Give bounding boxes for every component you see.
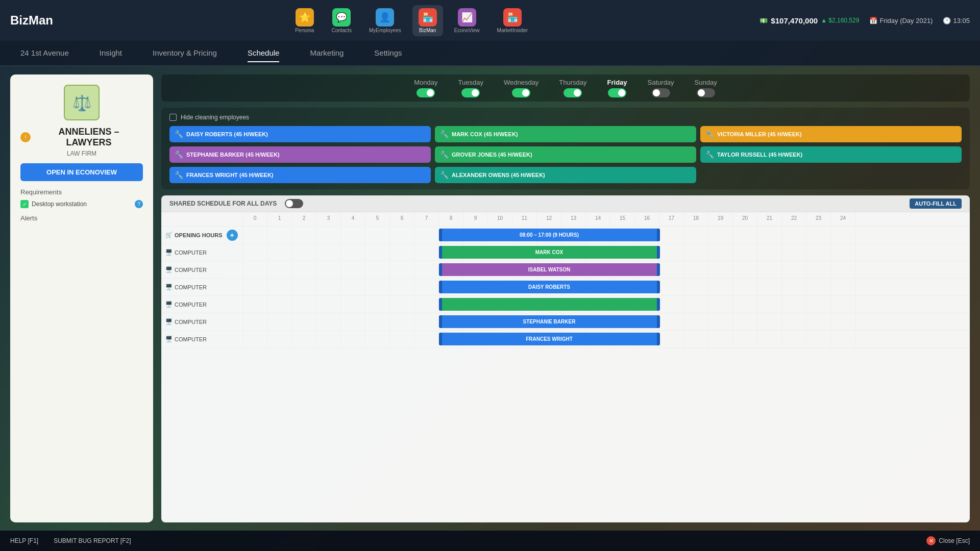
time-cell[interactable] [659,331,684,348]
time-cell[interactable] [684,279,708,296]
day-wednesday-toggle[interactable] [512,88,530,97]
nav-address[interactable]: 24 1st Avenue [20,44,69,62]
time-cell[interactable] [757,279,782,296]
time-cell[interactable] [782,296,806,313]
bar-handle-left[interactable] [439,229,442,241]
time-cell[interactable] [365,261,390,279]
nav-bizman[interactable]: 🏪 BizMan [412,5,443,36]
time-cell[interactable] [292,279,316,296]
time-cell[interactable] [390,296,414,313]
time-cell[interactable] [806,261,831,279]
time-cell[interactable] [831,227,855,244]
time-cell[interactable] [316,227,341,244]
time-cell[interactable] [782,313,806,331]
schedule-bar-4[interactable] [442,298,657,311]
time-cell[interactable] [659,313,684,331]
time-cell[interactable] [390,227,414,244]
time-cell[interactable] [341,244,365,261]
time-cell[interactable] [782,261,806,279]
schedule-bar-3[interactable]: DAISY ROBERTS [442,281,657,293]
time-cell[interactable] [292,227,316,244]
open-econoview-button[interactable]: OPEN IN ECONOVIEW [20,163,143,181]
time-cell[interactable] [757,296,782,313]
time-cell[interactable] [782,244,806,261]
time-cell[interactable] [757,261,782,279]
time-cell[interactable] [806,244,831,261]
nav-inventory[interactable]: Inventory & Pricing [153,44,217,62]
time-cell[interactable] [390,261,414,279]
time-cell[interactable] [365,296,390,313]
add-opening-button[interactable]: + [227,230,238,241]
time-cell[interactable] [831,313,855,331]
time-cell[interactable] [316,313,341,331]
schedule-bar-0[interactable]: 08:00 – 17:00 (9 HOURS) [442,229,657,241]
req-help-button[interactable]: ? [135,200,143,208]
bar-handle-right[interactable] [657,333,660,345]
day-tuesday-toggle[interactable] [461,88,480,97]
time-cell[interactable] [316,331,341,348]
time-cell[interactable] [708,331,733,348]
time-cell[interactable] [806,227,831,244]
time-cell[interactable] [782,331,806,348]
time-cell[interactable] [243,331,267,348]
time-cell[interactable] [708,227,733,244]
time-cell[interactable] [292,331,316,348]
time-cell[interactable] [267,227,292,244]
time-cell[interactable] [243,279,267,296]
bar-handle-left[interactable] [439,333,442,345]
shared-schedule-toggle[interactable] [285,199,303,208]
time-cell[interactable] [414,296,439,313]
time-cell[interactable] [733,261,757,279]
hide-cleaning-checkbox[interactable] [169,114,177,121]
time-cell[interactable] [414,279,439,296]
bar-handle-right[interactable] [657,246,660,259]
time-cell[interactable] [292,244,316,261]
time-cell[interactable] [708,296,733,313]
bar-handle-left[interactable] [439,263,442,276]
time-cell[interactable] [365,227,390,244]
nav-marketinsider[interactable]: 🏪 MarketInsider [491,5,534,36]
time-cell[interactable] [782,227,806,244]
employee-chip-grover[interactable]: 🔧 GROVER JONES (45 H/WEEK) [435,146,696,163]
time-cell[interactable] [733,279,757,296]
schedule-bar-1[interactable]: MARK COX [442,246,657,259]
time-cell[interactable] [806,296,831,313]
employee-chip-mark[interactable]: 🔧 MARK COX (45 H/WEEK) [435,126,696,142]
time-cell[interactable] [390,244,414,261]
time-cell[interactable] [831,244,855,261]
time-cell[interactable] [414,261,439,279]
time-cell[interactable] [341,261,365,279]
time-cell[interactable] [757,331,782,348]
nav-persona[interactable]: ⭐ Persona [289,5,320,36]
time-cell[interactable] [806,279,831,296]
employee-chip-victoria[interactable]: 🔧 VICTORIA MILLER (45 H/WEEK) [700,126,962,142]
time-cell[interactable] [243,244,267,261]
time-cell[interactable] [831,331,855,348]
time-cell[interactable] [341,227,365,244]
nav-contacts[interactable]: 💬 Contacts [325,5,357,36]
time-cell[interactable] [733,296,757,313]
time-cell[interactable] [708,244,733,261]
schedule-bar-6[interactable]: FRANCES WRIGHT [442,333,657,345]
time-cell[interactable] [708,313,733,331]
time-cell[interactable] [733,313,757,331]
time-cell[interactable] [757,227,782,244]
nav-econoview[interactable]: 📈 EconoView [448,5,486,36]
time-cell[interactable] [733,244,757,261]
time-cell[interactable] [831,279,855,296]
bar-handle-right[interactable] [657,298,660,311]
time-cell[interactable] [365,244,390,261]
time-cell[interactable] [757,244,782,261]
time-cell[interactable] [733,331,757,348]
bar-handle-right[interactable] [657,281,660,293]
time-cell[interactable] [267,261,292,279]
time-cell[interactable] [659,279,684,296]
day-friday-toggle[interactable] [608,88,626,97]
time-cell[interactable] [365,331,390,348]
time-cell[interactable] [806,313,831,331]
time-cell[interactable] [316,279,341,296]
time-cell[interactable] [659,244,684,261]
nav-settings[interactable]: Settings [374,44,402,62]
time-cell[interactable] [243,296,267,313]
time-cell[interactable] [390,279,414,296]
